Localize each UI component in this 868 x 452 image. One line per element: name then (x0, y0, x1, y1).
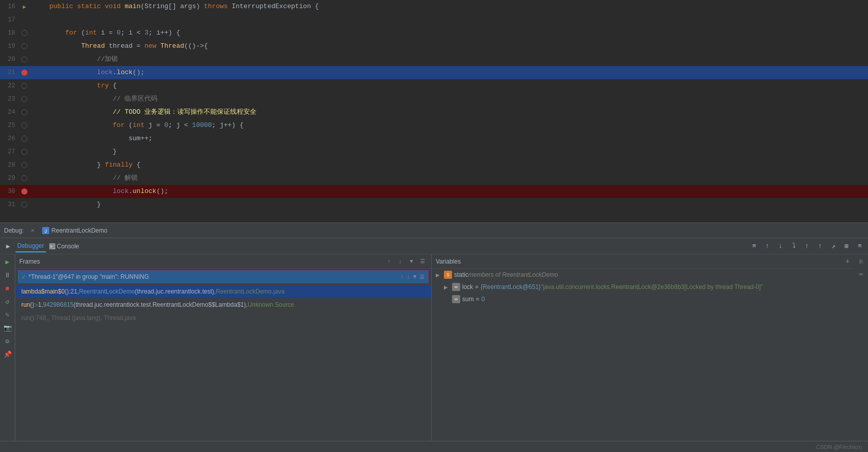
frame-line: ():-1, (30, 301, 43, 308)
run-icon: ▶ (23, 4, 26, 10)
line-gutter-27 (19, 149, 29, 155)
thread-ctrl-menu[interactable]: ☰ (420, 274, 425, 280)
line-number-24: 24 (0, 109, 19, 116)
debugger-tab[interactable]: Debugger (15, 240, 46, 252)
var-expand-1[interactable]: ▶ (444, 284, 452, 290)
var-expand-0[interactable]: ▶ (436, 272, 444, 278)
variables-side: ⎘ ∞ (854, 254, 868, 441)
var-side-watch[interactable]: ∞ (855, 269, 866, 280)
toolbar-btn-2[interactable]: ↑ (761, 240, 774, 252)
line-content-26: sum++; (29, 132, 868, 145)
frame-ctrl-filter[interactable]: ▼ (407, 257, 416, 266)
toolbar-btn-7[interactable]: ⊞ (841, 240, 853, 252)
sidebar-settings-icon[interactable]: ⚙ (2, 336, 13, 347)
toolbar-step-into[interactable]: ↑ (801, 240, 813, 252)
toolbar-resume-btn[interactable]: ▶ (2, 240, 14, 252)
frames-panel: Frames ↑ ↓ ▼ ☰ ✓ *Thread-1"@647 in group… (15, 254, 432, 441)
frame-file: Unknown Source (248, 301, 294, 308)
line-number-27: 27 (0, 148, 19, 155)
line-content-31: } (29, 198, 868, 211)
token (121, 3, 125, 10)
debug-toolbar: ▶ Debugger >_ Console ≡ ↑ ↓ ⤵ ↑ ↑ ↗ ⊞ ≡ (0, 238, 868, 254)
line-number-29: 29 (0, 175, 19, 182)
line-number-21: 21 (0, 69, 19, 76)
sidebar-stop-icon[interactable]: ■ (2, 283, 13, 294)
token: finally (105, 161, 133, 169)
thread-row[interactable]: ✓ *Thread-1"@647 in group "main": RUNNIN… (17, 270, 429, 284)
token: ( (124, 121, 133, 129)
thread-check-icon: ✓ (22, 273, 25, 281)
token: static (77, 3, 101, 10)
stack-frame-1[interactable]: run():-1, 942986815 (thread.juc.reentran… (15, 298, 431, 311)
toolbar-btn-3[interactable]: ↓ (775, 240, 787, 252)
sidebar-resume-icon[interactable]: ▶ (2, 256, 13, 268)
var-item-0: ▶Sstatic members of ReentrantLockDemo (432, 269, 854, 281)
code-line-25: 25 for (int j = 0; j < 10000; j++) { (0, 119, 868, 132)
var-icon-2: ∞ (452, 295, 460, 303)
frames-controls: ↑ ↓ ▼ ☰ (384, 257, 427, 266)
token: ; i < (121, 29, 145, 37)
sidebar-edit-icon[interactable]: ✎ (2, 309, 13, 320)
var-item-2: ∞sum=0 (432, 293, 854, 305)
token (156, 42, 160, 50)
breakpoint-icon[interactable] (21, 188, 27, 195)
var-name-2: sum (462, 296, 474, 303)
frame-method: lambda$main$0 (21, 288, 65, 295)
token (34, 174, 113, 182)
token: sum (128, 135, 140, 142)
token: } (34, 148, 117, 155)
code-line-30: 30 lock.unlock(); (0, 185, 868, 198)
code-line-26: 26 sum++; (0, 132, 868, 145)
stack-frame-2[interactable]: run():748,, Thread (java.lang), Thread.j… (15, 311, 431, 325)
var-icon-0: S (444, 271, 452, 279)
console-tab[interactable]: >_ Console (47, 240, 81, 252)
var-side-copy[interactable]: ⎘ (855, 256, 866, 268)
token (34, 187, 113, 195)
left-sidebar: ▶ ⏸ ■ ↺ ✎ 📷 ⚙ 📌 (0, 254, 15, 441)
toolbar-step-over[interactable]: ⤵ (788, 240, 800, 252)
thread-ctrl-up[interactable]: ↑ (400, 274, 404, 280)
sidebar-pin-icon[interactable]: 📌 (2, 349, 13, 360)
variables-list: ▶Sstatic members of ReentrantLockDemo▶∞l… (432, 269, 854, 305)
code-line-23: 23 // 临界区代码 (0, 92, 868, 106)
variables-add-btn[interactable]: + (846, 257, 850, 266)
line-content-20: //加锁 (29, 53, 868, 66)
line-gutter-20 (19, 56, 29, 62)
line-number-19: 19 (0, 43, 19, 50)
breakpoint-icon[interactable] (21, 70, 27, 76)
token: public (49, 3, 73, 10)
token: 10000 (192, 121, 212, 129)
line-number-31: 31 (0, 201, 19, 208)
token: . (113, 69, 117, 76)
sidebar-camera-icon[interactable]: 📷 (2, 322, 13, 334)
thread-ctrl-down[interactable]: ↓ (407, 274, 410, 280)
code-line-21: 21 lock.lock(); (0, 66, 868, 79)
toolbar-btn-1[interactable]: ≡ (748, 240, 760, 252)
token: new (144, 42, 156, 50)
breakpoint-hollow-icon (21, 109, 27, 115)
token: ( (77, 29, 85, 37)
line-gutter-30 (19, 188, 29, 195)
debug-close-btn[interactable]: ✕ (31, 227, 35, 234)
token (34, 29, 65, 37)
token (34, 121, 113, 129)
frame-ctrl-up[interactable]: ↑ (384, 257, 394, 266)
token: InterruptedException { (228, 3, 318, 10)
toolbar-step-out[interactable]: ↑ (814, 240, 826, 252)
sidebar-pause-icon[interactable]: ⏸ (2, 270, 13, 281)
token: j = (144, 121, 164, 129)
toolbar-btn-6[interactable]: ↗ (827, 240, 840, 252)
line-number-20: 20 (0, 56, 19, 63)
breakpoint-hollow-icon (21, 202, 27, 208)
stack-frame-0[interactable]: lambda$main$0():21, ReentrantLockDemo (t… (15, 285, 431, 298)
frame-ctrl-down[interactable]: ↓ (396, 257, 405, 266)
frame-ctrl-menu[interactable]: ☰ (418, 257, 427, 266)
toolbar-btn-8[interactable]: ≡ (854, 240, 866, 252)
thread-ctrl-filter[interactable]: ▼ (413, 274, 416, 280)
var-name-0: static (454, 271, 468, 278)
token: Thread (81, 42, 105, 50)
code-line-20: 20 //加锁 (0, 53, 868, 66)
sidebar-rerun-icon[interactable]: ↺ (2, 296, 13, 307)
line-content-29: // 解锁 (29, 172, 868, 185)
breakpoint-hollow-icon (21, 56, 27, 62)
